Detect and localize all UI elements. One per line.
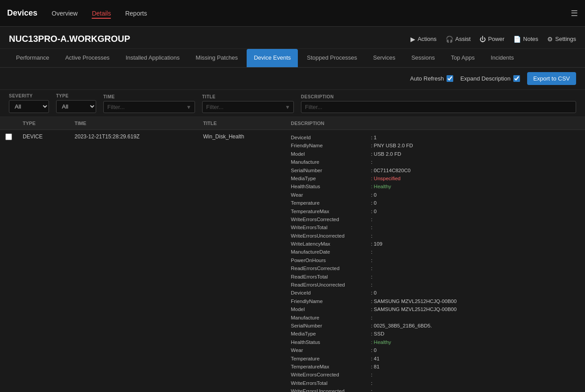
action-btn-assist[interactable]: 🎧Assist — [446, 36, 471, 43]
desc-val: : SSD — [371, 330, 384, 338]
description-line: TemperatureMax: 81 — [291, 363, 580, 371]
description-line: TemperatureMax: 0 — [291, 207, 580, 215]
description-line: WriteLatencyMax: 109 — [291, 240, 580, 248]
desc-key: DeviceId — [291, 289, 371, 297]
tab-performance[interactable]: Performance — [9, 49, 56, 67]
desc-val: : SAMSUNG MZVL2512HCJQ-00B00 — [371, 297, 456, 305]
time-filter-group: TIME ▼ — [103, 94, 195, 113]
desc-val: : — [371, 273, 372, 281]
tab-installed-applications[interactable]: Installed Applications — [118, 49, 187, 67]
tab-missing-patches[interactable]: Missing Patches — [189, 49, 245, 67]
desc-key: Model — [291, 305, 371, 313]
tab-sessions[interactable]: Sessions — [404, 49, 442, 67]
desc-key: ManufactureDate — [291, 248, 371, 256]
auto-refresh-checkbox[interactable] — [447, 75, 453, 82]
desc-val: : — [371, 223, 372, 231]
description-line: DeviceId: 1 — [291, 133, 580, 141]
tab-incidents[interactable]: Incidents — [483, 49, 521, 67]
description-line: WriteErrorsTotal: — [291, 223, 580, 231]
device-header: NUC13PRO-A.WORKGROUP ▶Actions🎧Assist⏻Pow… — [0, 27, 585, 49]
action-btn-settings[interactable]: ⚙Settings — [547, 36, 576, 43]
desc-key: WriteErrorsCorrected — [291, 215, 371, 223]
table-header-row: TYPE TIME TITLE DESCRIPTION — [0, 117, 585, 130]
type-filter-group: TYPE All — [56, 93, 96, 113]
desc-key: DeviceId — [291, 133, 371, 141]
notes-label: Notes — [523, 36, 538, 42]
desc-val: : 41 — [371, 355, 379, 363]
description-line: ReadErrorsCorrected: — [291, 264, 580, 272]
type-select[interactable]: All — [56, 100, 96, 113]
export-csv-button[interactable]: Export to CSV — [527, 72, 576, 85]
toolbar: Auto Refresh Expand Description Export t… — [0, 68, 585, 90]
description-line: PowerOnHours: — [291, 256, 580, 264]
filters-row: SEVERITY All TYPE All TIME ▼ TITLE ▼ DES… — [0, 90, 585, 117]
description-line: DeviceId: 0 — [291, 289, 580, 297]
settings-icon: ⚙ — [547, 36, 553, 43]
nav-item-overview[interactable]: Overview — [52, 8, 77, 19]
menu-icon[interactable]: ☰ — [571, 9, 578, 18]
tab-device-events[interactable]: Device Events — [247, 49, 298, 67]
col-description: DESCRIPTION — [285, 117, 585, 130]
time-filter-input[interactable] — [103, 101, 195, 113]
desc-val: : USB 2.0 FD — [371, 150, 401, 158]
desc-key: MediaType — [291, 330, 371, 338]
desc-key: WriteErrorsCorrected — [291, 371, 371, 379]
brand-title: Devices — [7, 8, 37, 18]
desc-val: : — [371, 264, 372, 272]
row-title: Win_Disk_Health — [198, 130, 285, 392]
desc-key: Temperature — [291, 355, 371, 363]
description-line: WriteErrorsTotal: — [291, 379, 580, 387]
time-filter-icon: ▼ — [186, 104, 191, 110]
tab-top-apps[interactable]: Top Apps — [444, 49, 482, 67]
desc-val: : — [371, 256, 372, 264]
severity-select[interactable]: All — [9, 100, 49, 113]
desc-val: : 0 — [371, 191, 377, 199]
assist-label: Assist — [455, 36, 471, 42]
description-line: FriendlyName: PNY USB 2.0 FD — [291, 141, 580, 150]
tab-active-processes[interactable]: Active Processes — [58, 49, 117, 67]
action-btn-actions[interactable]: ▶Actions — [410, 36, 437, 43]
desc-key: WriteErrorsTotal — [291, 223, 371, 231]
title-filter-input[interactable] — [202, 101, 294, 113]
desc-val: : 0025_38B5_21B6_6BD5. — [371, 322, 432, 330]
description-line: Model: USB 2.0 FD — [291, 150, 580, 158]
expand-description-item: Expand Description — [460, 75, 520, 82]
description-line: ManufactureDate: — [291, 248, 580, 256]
description-line: Manufacture: — [291, 158, 580, 166]
description-line: HealthStatus: Healthy — [291, 338, 580, 346]
description-line: ReadErrorsUncorrected: — [291, 281, 580, 289]
col-type: TYPE — [17, 117, 69, 130]
device-actions: ▶Actions🎧Assist⏻Power📄Notes⚙Settings — [410, 36, 576, 43]
description-filter-input[interactable] — [301, 101, 576, 113]
col-time: TIME — [69, 117, 198, 130]
desc-key: Manufacture — [291, 158, 371, 166]
title-filter-group: TITLE ▼ — [202, 94, 294, 113]
expand-description-label: Expand Description — [460, 75, 511, 82]
auto-refresh-label: Auto Refresh — [410, 75, 444, 82]
desc-key: HealthStatus — [291, 182, 371, 190]
desc-val: : — [371, 379, 372, 387]
description-line: Wear: 0 — [291, 346, 580, 354]
description-line: MediaType: Unspecified — [291, 174, 580, 182]
description-line: FriendlyName: SAMSUNG MZVL2512HCJQ-00B00 — [291, 297, 580, 305]
tab-services[interactable]: Services — [366, 49, 402, 67]
action-btn-notes[interactable]: 📄Notes — [513, 36, 538, 43]
desc-key: HealthStatus — [291, 338, 371, 346]
nav-item-reports[interactable]: Reports — [125, 8, 147, 19]
desc-val: : 0 — [371, 199, 377, 207]
desc-key: ReadErrorsUncorrected — [291, 281, 371, 289]
description-line: Manufacture: — [291, 314, 580, 322]
description-line: SerialNumber: 0025_38B5_21B6_6BD5. — [291, 322, 580, 330]
events-table: TYPE TIME TITLE DESCRIPTION DEVICE2023-1… — [0, 117, 585, 392]
nav-item-details[interactable]: Details — [92, 8, 111, 19]
desc-val: : Healthy — [371, 182, 391, 190]
desc-val: : — [371, 281, 372, 289]
settings-label: Settings — [555, 36, 576, 42]
expand-description-checkbox[interactable] — [513, 75, 520, 82]
tab-stopped-processes[interactable]: Stopped Processes — [300, 49, 364, 67]
action-btn-power[interactable]: ⏻Power — [479, 36, 504, 43]
description-line: MediaType: SSD — [291, 330, 580, 338]
type-label: TYPE — [56, 93, 96, 98]
desc-key: Manufacture — [291, 314, 371, 322]
row-checkbox[interactable] — [5, 133, 12, 140]
